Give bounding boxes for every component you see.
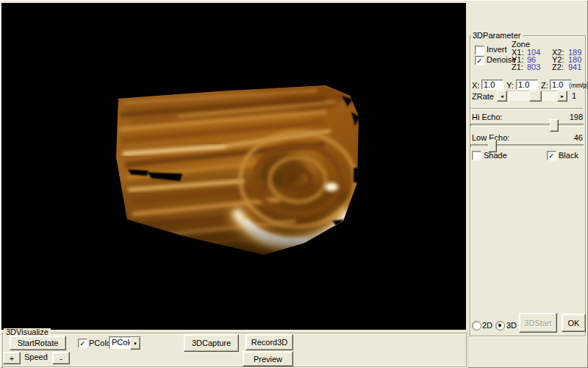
separator — [471, 108, 583, 110]
3dcapture-button[interactable]: 3DCapture — [184, 334, 239, 352]
hi-echo-slider-track[interactable] — [470, 124, 584, 127]
scale-y-label: Y: — [506, 82, 514, 90]
3dstart-button[interactable]: 3DStart — [519, 313, 557, 333]
zrate-value: 1 — [572, 92, 576, 100]
scroll-right-icon: ► — [560, 94, 564, 99]
speed-minus-button[interactable]: - — [52, 352, 70, 364]
mode-3d-radio[interactable] — [495, 321, 505, 330]
zone-z2-value: 941 — [568, 63, 581, 71]
zone-z2-label: Z2: — [552, 63, 564, 71]
scale-y-input[interactable] — [516, 79, 538, 90]
scroll-left-icon: ◄ — [500, 94, 504, 99]
hi-echo-label: Hi Echo: — [472, 113, 503, 121]
invert-checkbox[interactable] — [475, 46, 484, 55]
scale-x-label: X: — [472, 82, 479, 90]
speed-plus-button[interactable]: + — [3, 352, 21, 364]
shade-label: Shade — [484, 152, 507, 160]
radio-dot — [498, 324, 501, 327]
mode-3d-label: 3D — [506, 322, 517, 330]
hi-echo-value: 198 — [561, 113, 583, 121]
chevron-down-icon[interactable]: ▼ — [130, 337, 140, 350]
black-label: Black — [559, 152, 578, 160]
invert-label: Invert — [487, 46, 507, 54]
checkmark-icon: ✓ — [79, 340, 85, 347]
mode-2d-radio[interactable] — [472, 321, 481, 330]
volume-render — [1, 3, 466, 330]
zone-z1-label: Z1: — [512, 63, 523, 71]
checkmark-icon: ✓ — [476, 57, 482, 64]
scale-unit: (mm/p) — [569, 82, 588, 90]
preview-button[interactable]: Preview — [243, 351, 293, 367]
hi-echo-slider-thumb[interactable] — [550, 119, 559, 132]
zrate-scroll-left-button[interactable]: ◄ — [497, 91, 507, 102]
speed-label: Speed — [24, 353, 48, 361]
panel-divider — [467, 330, 468, 366]
ok-button[interactable]: OK — [562, 314, 586, 332]
render-viewport[interactable] — [1, 3, 466, 330]
pcolor-dropdown[interactable]: PColor ▼ — [109, 336, 141, 349]
zrate-label: ZRate — [472, 93, 494, 101]
pcolor-checkbox[interactable]: ✓ — [78, 339, 87, 348]
scale-z-label: Z: — [541, 82, 548, 90]
low-echo-value: 46 — [561, 134, 583, 142]
black-checkbox[interactable]: ✓ — [547, 151, 556, 160]
parameter-group-title: 3DParameter — [470, 32, 523, 40]
zone-z1-value: 803 — [527, 63, 540, 71]
app-window: 3DParameter Invert ✓ Denoise Zone X1: 10… — [0, 0, 588, 368]
scale-x-input[interactable] — [481, 79, 503, 90]
zrate-scroll-right-button[interactable]: ► — [557, 91, 567, 102]
checkmark-icon: ✓ — [548, 152, 554, 159]
start-rotate-button[interactable]: StartRotate — [10, 336, 66, 350]
record3d-button[interactable]: Record3D — [245, 334, 293, 350]
mode-2d-label: 2D — [482, 322, 492, 330]
shade-checkbox[interactable] — [472, 151, 481, 160]
zrate-scrollbar-thumb[interactable] — [529, 91, 542, 102]
denoise-checkbox[interactable]: ✓ — [475, 56, 484, 66]
